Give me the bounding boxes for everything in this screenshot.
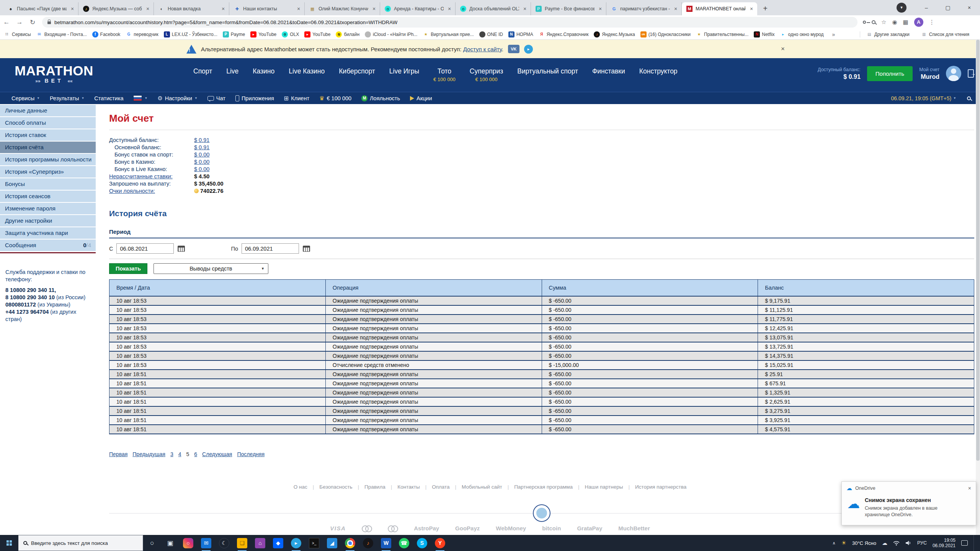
main-nav-item[interactable]: Финставки [592, 67, 625, 83]
tab-close-icon[interactable]: × [145, 6, 150, 12]
tab-close-icon[interactable]: × [447, 6, 452, 12]
calendar-icon[interactable] [303, 246, 310, 252]
word-icon[interactable]: W [377, 535, 395, 551]
tab-close-icon[interactable]: × [296, 6, 301, 12]
bookmark-item[interactable]: ok (16) Одноклассники [640, 31, 691, 37]
account-row-value[interactable]: $ 0.91 [194, 144, 209, 151]
weather-text[interactable]: 30°C Ясно [852, 540, 876, 546]
sidebar-item[interactable]: Другие настройки [0, 215, 96, 227]
from-date-input[interactable] [116, 243, 174, 254]
footer-link[interactable]: Партнерская программа [502, 484, 573, 490]
tab-close-icon[interactable]: × [522, 6, 528, 12]
sidebar-item[interactable]: История «Суперприз» [0, 166, 96, 178]
account-row-label[interactable]: Бонус в Казино: [109, 158, 194, 166]
main-nav-item[interactable]: Live Игры [389, 67, 419, 83]
tab-close-icon[interactable]: × [220, 6, 226, 12]
logout-icon[interactable] [968, 69, 974, 78]
footer-link[interactable]: Правила [352, 484, 385, 490]
new-tab-button[interactable]: + [760, 3, 771, 14]
bookmark-item[interactable]: ★ Виртуальная прие... [423, 31, 474, 37]
footer-link[interactable]: История партнерства [623, 484, 686, 490]
subnav-results[interactable]: Результаты▼ [50, 95, 84, 101]
sidebar-item[interactable]: История программы лояльности [0, 154, 96, 165]
password-key-icon[interactable] [863, 21, 866, 24]
padlock-icon[interactable] [47, 21, 51, 24]
taskbar-search[interactable]: Введите здесь текст для поиска [18, 535, 143, 551]
toast-body[interactable]: ☁ Снимок экрана сохранен Снимок экрана д… [842, 495, 976, 525]
url-text[interactable]: betmarathon.com/su/myaccount/accounthist… [54, 20, 397, 25]
sidebar-item[interactable]: Защита участника пари [0, 227, 96, 239]
subnav-client[interactable]: ⊞ Клиент [284, 95, 309, 102]
zoom-icon[interactable] [872, 20, 875, 24]
main-nav-item[interactable]: Суперприз € 100 000 [470, 67, 503, 83]
datetime-selector[interactable]: 06.09.21, 19:05 (GMT+5) ▼ [891, 95, 956, 101]
main-nav-item[interactable]: Виртуальный спорт [517, 67, 578, 83]
bookmark-item[interactable]: G переводчик [126, 31, 158, 37]
sidebar-item[interactable]: Способ оплаты [0, 117, 96, 129]
show-desktop-button[interactable] [973, 535, 975, 551]
action-center-icon[interactable] [961, 540, 968, 546]
bookmark-item[interactable]: L LEX.UZ - Ўзбекисто... [164, 31, 217, 37]
account-row-value[interactable]: $ 0.00 [194, 158, 209, 166]
sidebar-item[interactable]: История счёта [0, 142, 96, 153]
volume-icon[interactable] [905, 540, 911, 546]
footer-link[interactable]: Оплата [420, 484, 450, 490]
pagination-item[interactable]: 4 [178, 451, 181, 457]
bookmark-item[interactable]: f Facebook [92, 31, 121, 37]
network-wifi-icon[interactable] [893, 540, 900, 546]
browser-tab[interactable]: ♪ Яндекс.Музыка — собираем м × [78, 2, 154, 15]
yandex-browser-icon[interactable]: Y [431, 535, 449, 551]
account-row-label[interactable]: Нерассчитанные ставки: [109, 173, 194, 180]
subnav-settings[interactable]: ⚙ Настройки▼ [157, 95, 197, 102]
skype-icon[interactable]: S [413, 535, 431, 551]
telegram-icon[interactable]: ▸ [287, 535, 305, 551]
start-button[interactable] [0, 535, 18, 551]
bookmark-item[interactable]: P Payme [223, 31, 245, 37]
bookmark-item[interactable]: N НОРМА [508, 31, 533, 37]
language-indicator[interactable]: РУС [917, 540, 927, 546]
browser-tab[interactable]: o Доска объявлений OLX.uz, ра × [456, 2, 531, 15]
whatsapp-icon[interactable]: ☎ [395, 535, 413, 551]
sidebar-item[interactable]: Бонусы [0, 178, 96, 190]
browser-avatar[interactable]: A [914, 18, 923, 27]
bookmark-item[interactable]: ∷ Сервисы [4, 31, 31, 37]
bookmark-item[interactable]: ▸ одно окно мурод [780, 31, 824, 37]
explorer-icon[interactable]: ❏ [233, 535, 251, 551]
bookmark-item[interactable]: ♪ Яндекс.Музыка [594, 31, 635, 37]
topup-button[interactable]: Пополнить [867, 66, 913, 81]
mail-icon[interactable]: ✉ [197, 535, 215, 551]
pagination-item[interactable]: Предыдущая [132, 451, 165, 457]
forward-button[interactable]: → [13, 18, 26, 26]
bookmark-item[interactable]: ▸ YouTube [250, 31, 276, 37]
marathonbet-logo[interactable]: MARATHON »» BET «« [10, 64, 98, 84]
account-row-label[interactable]: Очки лояльности: [109, 187, 194, 195]
tab-close-icon[interactable]: × [598, 6, 603, 12]
store-icon[interactable]: ⌂ [251, 535, 269, 551]
operation-filter-select[interactable]: Выводы средств ▼ [154, 263, 268, 274]
bookmark-item[interactable]: ★ Правительственны... [696, 31, 748, 37]
taskbar-clock[interactable]: 19:05 06.09.2021 [933, 538, 956, 548]
show-button[interactable]: Показать [109, 263, 147, 274]
account-row-value[interactable]: $ 35,450.00 [194, 180, 224, 187]
bookmark-item[interactable]: ▸ YouTube [304, 31, 330, 37]
menu-kebab-icon[interactable]: ⋮ [929, 19, 935, 26]
main-nav-item[interactable]: Live [226, 67, 238, 83]
task-view-icon[interactable]: ▣ [161, 535, 179, 551]
bookmark-item[interactable]: ≋ билайн [336, 31, 359, 37]
pagination-item[interactable]: Следующая [202, 451, 232, 457]
main-nav-item[interactable]: Конструктор [639, 67, 678, 83]
profile-pin-icon[interactable]: ◉ [892, 19, 897, 26]
subnav-apps[interactable]: Приложения [235, 95, 274, 101]
vk-icon[interactable]: VK [508, 45, 519, 53]
dropbox-icon[interactable]: ◆ [269, 535, 287, 551]
terminal-icon[interactable]: >_ [305, 535, 323, 551]
account-row-label[interactable]: Бонус в Live Казино: [109, 166, 194, 173]
pagination-item[interactable]: Первая [109, 451, 127, 457]
main-nav-item[interactable]: Киберспорт [339, 67, 375, 83]
bookmark-item[interactable]: iCloud - «Найти iPh... [365, 31, 417, 37]
chrome-icon[interactable] [341, 535, 359, 551]
user-avatar[interactable] [946, 66, 961, 81]
pagination-item[interactable]: 5 [186, 451, 189, 457]
sidebar-item[interactable]: Изменение пароля [0, 203, 96, 214]
scrollbar-thumb[interactable] [976, 40, 980, 461]
